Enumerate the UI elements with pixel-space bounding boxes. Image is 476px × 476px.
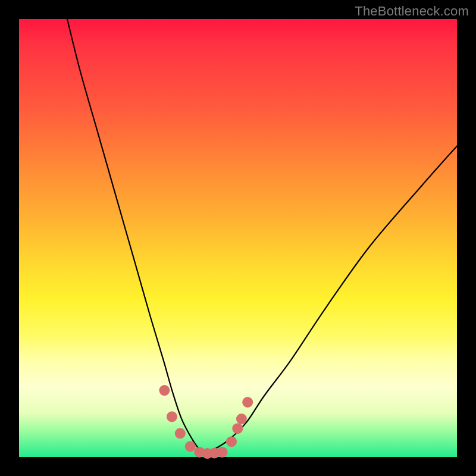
bottleneck-curve bbox=[67, 19, 457, 453]
marker-dot bbox=[159, 385, 170, 396]
marker-dot bbox=[226, 436, 237, 447]
chart-frame: TheBottleneck.com bbox=[0, 0, 476, 476]
marker-dot bbox=[217, 447, 228, 458]
marker-dot bbox=[232, 423, 243, 434]
marker-dot bbox=[175, 428, 186, 439]
curve-layer bbox=[19, 19, 457, 457]
marker-dot bbox=[185, 441, 196, 452]
plot-area bbox=[19, 19, 457, 457]
watermark-text: TheBottleneck.com bbox=[355, 4, 469, 19]
marker-dot bbox=[242, 397, 253, 408]
marker-dot bbox=[167, 411, 177, 422]
marker-dot bbox=[236, 414, 247, 424]
